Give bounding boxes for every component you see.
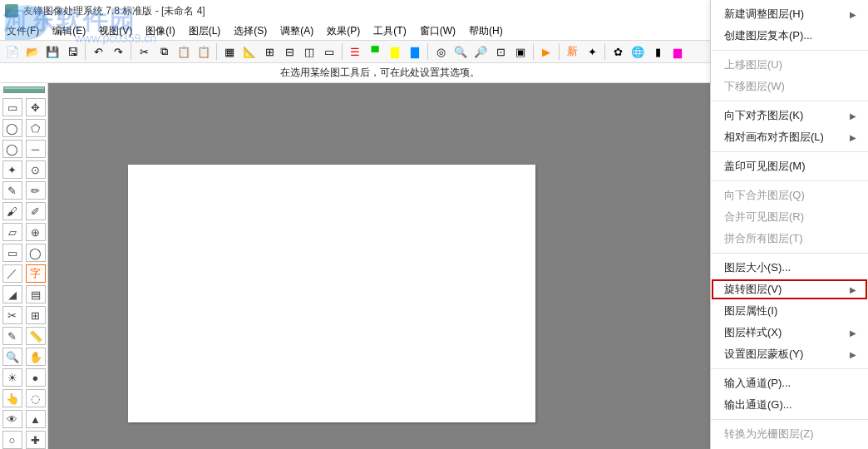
tool-lasso[interactable]: ◯	[2, 119, 22, 137]
tool-text[interactable]: 字	[26, 264, 46, 283]
swatch-button[interactable]: ▇	[386, 42, 404, 61]
chevron-right-icon: ▶	[850, 328, 856, 338]
hint-text: 在选用某绘图工具后，可在此处设置其选项。	[0, 66, 760, 80]
battery-button[interactable]: ▮	[649, 42, 667, 61]
menu-m[interactable]: 盖印可见图层(M)	[711, 155, 868, 177]
menu-v[interactable]: 旋转图层(V)▶	[711, 279, 868, 300]
tool-eyedropper[interactable]: ✎	[2, 327, 22, 345]
menu-x[interactable]: 图层样式(X)▶	[711, 322, 868, 343]
menu-item-5[interactable]: 选择(S)	[234, 24, 267, 38]
plugin-b-button[interactable]: ✦	[583, 42, 601, 61]
menu-h[interactable]: 新建调整图层(H)▶	[711, 3, 868, 25]
flag-button[interactable]: ▶	[537, 42, 555, 61]
tool-pencil[interactable]: ✏	[26, 181, 46, 200]
tool-heal[interactable]: ✚	[26, 431, 46, 449]
tool-brush[interactable]: 🖌	[2, 202, 22, 220]
tool-line[interactable]: ／	[2, 264, 22, 283]
chevron-right-icon: ▶	[850, 285, 856, 294]
rulers-button[interactable]: 📐	[240, 42, 259, 61]
tool-burn[interactable]: ●	[26, 368, 46, 387]
tool-rect-shape[interactable]: ▭	[2, 244, 22, 262]
copy-button[interactable]: ⧉	[155, 42, 173, 61]
tool-smudge[interactable]: 👆	[2, 389, 22, 407]
menu-item-10[interactable]: 帮助(H)	[469, 24, 503, 38]
save-button[interactable]: 💾	[43, 42, 62, 61]
tool-gradient[interactable]: ▤	[26, 285, 46, 303]
cut-button[interactable]: ✂	[135, 42, 153, 61]
menu-i[interactable]: 图层属性(I)	[711, 300, 868, 322]
rgb-button[interactable]: ☰	[346, 42, 364, 61]
menu-item-9[interactable]: 窗口(W)	[420, 24, 456, 38]
tool-dodge[interactable]: ☀	[2, 368, 22, 387]
tool-redeye[interactable]: 👁	[2, 410, 22, 428]
menu-item-7[interactable]: 效果(P)	[327, 24, 360, 38]
nav-button[interactable]: ◎	[432, 42, 450, 61]
tool-transform[interactable]: ⊞	[26, 306, 46, 324]
chevron-right-icon: ▶	[850, 10, 856, 19]
open-button[interactable]: 📂	[23, 42, 42, 61]
tool-hand[interactable]: ✋	[26, 348, 46, 366]
menu-s[interactable]: 图层大小(S)...	[711, 257, 868, 279]
snap-button[interactable]: ⊟	[280, 42, 298, 61]
tool-magic-wand[interactable]: ✦	[2, 160, 22, 179]
tool-sponge[interactable]: ○	[2, 431, 22, 449]
grid-button[interactable]: ▦	[220, 42, 239, 61]
paste-special-button[interactable]: 📋	[195, 42, 213, 61]
menu-item-4[interactable]: 图层(L)	[189, 24, 221, 38]
tool-row-select[interactable]: ─	[26, 140, 46, 158]
zoom-in-button[interactable]: 🔍	[451, 42, 470, 61]
menu-p[interactable]: 输入通道(P)...	[711, 373, 868, 394]
tool-pen[interactable]: ✎	[2, 181, 22, 200]
tool-zoom[interactable]: 🔍	[2, 348, 22, 366]
menu-item-2[interactable]: 视图(V)	[99, 24, 132, 38]
menu-item-8[interactable]: 工具(T)	[373, 24, 406, 38]
menu-item-0[interactable]: 文件(F)	[7, 24, 39, 38]
tool-bucket[interactable]: ◢	[2, 285, 22, 303]
menu-item-1[interactable]: 编辑(E)	[52, 24, 86, 38]
fit-button[interactable]: ⊡	[491, 42, 510, 61]
menu-p[interactable]: 创建图层复本(P)...	[711, 25, 868, 47]
tool-select-rect[interactable]: ▭	[2, 98, 22, 116]
tool-eraser[interactable]: ▱	[2, 223, 22, 241]
menu-l[interactable]: 相对画布对齐图层(L)▶	[711, 126, 868, 148]
web-button[interactable]: ✿	[609, 42, 627, 61]
palette-button[interactable]: ▀	[366, 42, 384, 61]
zoom-out-button[interactable]: 🔎	[471, 42, 490, 61]
canvas[interactable]	[128, 165, 535, 422]
layer-context-menu: 新建调整图层(H)▶创建图层复本(P)...上移图层(U)下移图层(W)向下对齐…	[710, 0, 868, 449]
canvas-area[interactable]	[48, 83, 783, 449]
undo-button[interactable]: ↶	[89, 42, 107, 61]
tool-polygon-lasso[interactable]: ⬠	[26, 119, 46, 137]
plugin-a-button[interactable]: 新	[563, 42, 581, 61]
window-title: 友锋图像处理系统 7.8 标准版 - [未命名 4]	[23, 4, 205, 18]
color-button[interactable]: ▆	[668, 42, 687, 61]
menu-item-3[interactable]: 图像(I)	[145, 24, 175, 38]
new-button[interactable]: 📄	[3, 42, 22, 61]
tool-blur[interactable]: ◌	[26, 389, 46, 407]
tool-crop[interactable]: ✂	[2, 306, 22, 324]
tool-ellipse-shape[interactable]: ◯	[26, 244, 46, 262]
menu-item-6[interactable]: 调整(A)	[280, 24, 313, 38]
menu-k[interactable]: 向下对齐图层(K)▶	[711, 105, 868, 126]
guides-button[interactable]: ⊞	[260, 42, 279, 61]
tool-sharpen[interactable]: ▲	[26, 410, 46, 428]
menu-g[interactable]: 输出通道(G)...	[711, 394, 868, 416]
swatch2-button[interactable]: ▇	[406, 42, 424, 61]
toolbar-separator	[131, 43, 131, 60]
tool-measure[interactable]: 📏	[26, 327, 46, 345]
tool-move[interactable]: ✥	[26, 98, 46, 116]
toolbox-thumb[interactable]	[3, 86, 45, 93]
tool-paint[interactable]: ✐	[26, 202, 46, 220]
tool-clone[interactable]: ⊕	[26, 223, 46, 241]
save-as-button[interactable]: 🖫	[63, 42, 81, 61]
redo-button[interactable]: ↷	[109, 42, 127, 61]
selection-b-button[interactable]: ▭	[320, 42, 338, 61]
selection-a-button[interactable]: ◫	[300, 42, 318, 61]
menu-y[interactable]: 设置图层蒙板(Y)▶	[711, 343, 868, 365]
paste-button[interactable]: 📋	[175, 42, 193, 61]
toolbar-separator	[427, 43, 428, 60]
globe-button[interactable]: 🌐	[629, 42, 647, 61]
tool-ellipse-select[interactable]: ◯	[2, 140, 22, 158]
actual-button[interactable]: ▣	[511, 42, 530, 61]
tool-color-select[interactable]: ⊙	[26, 160, 46, 179]
